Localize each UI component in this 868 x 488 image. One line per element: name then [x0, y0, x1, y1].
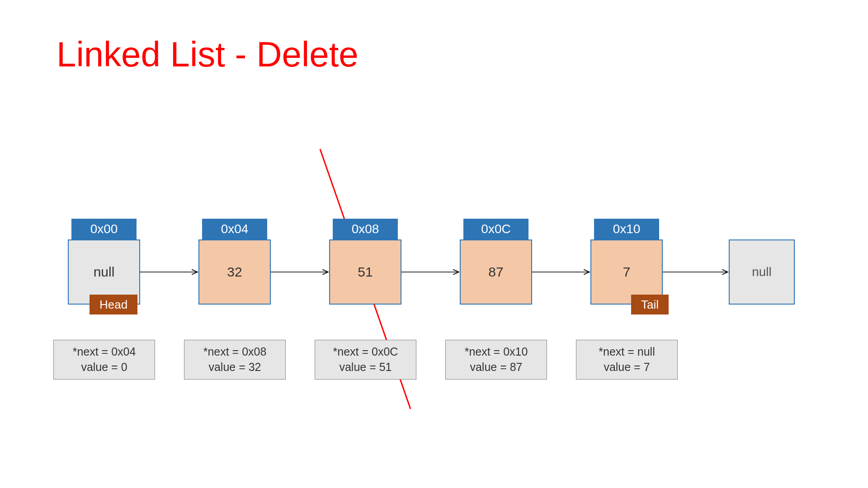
list-node: 0x00null — [68, 219, 140, 305]
node-value: 87 — [460, 239, 532, 305]
node-value: 51 — [329, 239, 401, 305]
node-value: 32 — [198, 239, 271, 305]
node-address: 0x10 — [594, 219, 659, 239]
node-address: 0x0C — [463, 219, 528, 239]
node-address: 0x08 — [333, 219, 398, 239]
node-info: *next = 0x08value = 32 — [184, 340, 286, 380]
node-next-label: *next = 0x0C — [333, 344, 398, 360]
node-next-label: *next = 0x08 — [203, 344, 267, 360]
tail-badge: Tail — [631, 295, 669, 314]
list-node: 0x107 — [590, 219, 663, 305]
node-next-label: *next = 0x04 — [73, 344, 136, 360]
node-next-label: *next = 0x10 — [465, 344, 528, 360]
node-value-label: value = 7 — [604, 360, 650, 375]
node-value-label: value = 0 — [81, 360, 127, 375]
node-value-label: value = 87 — [470, 360, 522, 375]
list-node: 0x0851 — [329, 219, 401, 305]
node-info: *next = 0x10value = 87 — [445, 340, 547, 380]
head-badge: Head — [90, 295, 137, 314]
node-info: *next = nullvalue = 7 — [576, 340, 678, 380]
node-info: *next = 0x04value = 0 — [53, 340, 155, 380]
node-info: *next = 0x0Cvalue = 51 — [315, 340, 416, 380]
node-next-label: *next = null — [599, 344, 655, 360]
list-node: 0x0432 — [198, 219, 271, 305]
node-address: 0x00 — [71, 219, 137, 239]
node-address: 0x04 — [202, 219, 267, 239]
linked-list-diagram: 0x00null0x04320x08510x0C870x107 null Hea… — [0, 0, 868, 488]
node-value-label: value = 51 — [339, 360, 392, 375]
end-null-node: null — [729, 239, 795, 305]
list-node: 0x0C87 — [460, 219, 532, 305]
node-value-label: value = 32 — [208, 360, 261, 375]
